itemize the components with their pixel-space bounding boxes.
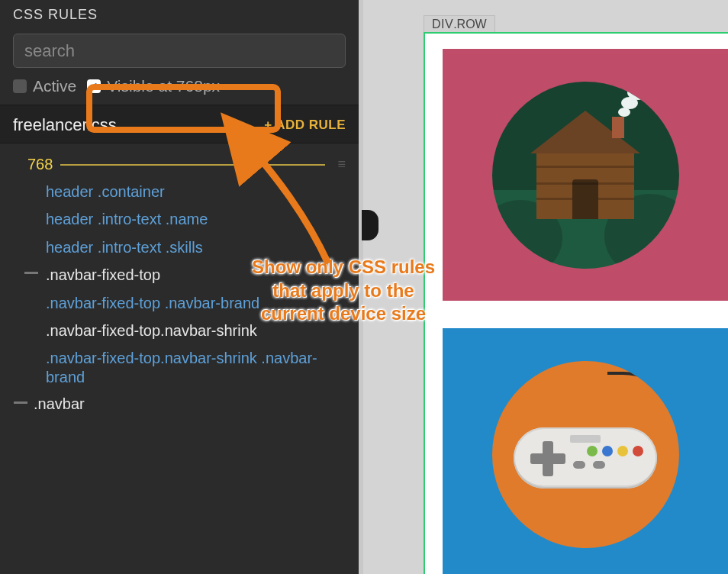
panel-title: CSS RULES (0, 0, 359, 28)
breakpoint-value: 768 (27, 156, 53, 173)
rule-item[interactable]: .navbar-fixed-top.navbar-shrink .navbar-… (0, 344, 359, 391)
rule-label: .navbar (15, 395, 85, 412)
rule-item[interactable]: header .container (0, 178, 359, 205)
search-input[interactable] (13, 34, 346, 68)
annotation-callout: Show only CSS rules that apply to the cu… (221, 256, 465, 326)
checkbox-box-icon: ✓ (87, 79, 101, 93)
breakpoint-line-icon (60, 164, 325, 166)
active-checkbox[interactable]: Active (13, 77, 76, 95)
portfolio-card[interactable] (443, 328, 728, 574)
search-wrap (0, 28, 359, 74)
element-tag-badge: DIV.ROW (424, 15, 495, 34)
drag-handle-icon[interactable]: ≡ (333, 156, 346, 173)
tag-name: DIV (432, 18, 453, 31)
callout-line: current device size (221, 302, 465, 326)
callout-line: Show only CSS rules (221, 256, 465, 279)
rule-item[interactable]: header .intro-text .name (0, 205, 359, 233)
cabin-illustration-icon (492, 82, 679, 269)
filter-row: Active ✓ Visible at 768px (0, 74, 359, 105)
breakpoint-row[interactable]: 768 ≡ (0, 151, 359, 178)
file-header: freelancer.css + ADD RULE (0, 105, 359, 144)
gamepad-illustration-icon (492, 361, 679, 548)
file-name[interactable]: freelancer.css (13, 115, 117, 135)
visible-checkbox[interactable]: ✓ Visible at 768px (87, 77, 220, 95)
tag-class: .ROW (453, 18, 487, 31)
portfolio-card[interactable] (443, 49, 728, 301)
visible-label: Visible at 768px (107, 77, 220, 95)
checkbox-box-icon (13, 79, 27, 93)
active-label: Active (33, 77, 76, 95)
rule-item-root[interactable]: .navbar (0, 391, 359, 418)
add-rule-button[interactable]: + ADD RULE (264, 118, 346, 133)
callout-line: that apply to the (221, 279, 465, 303)
